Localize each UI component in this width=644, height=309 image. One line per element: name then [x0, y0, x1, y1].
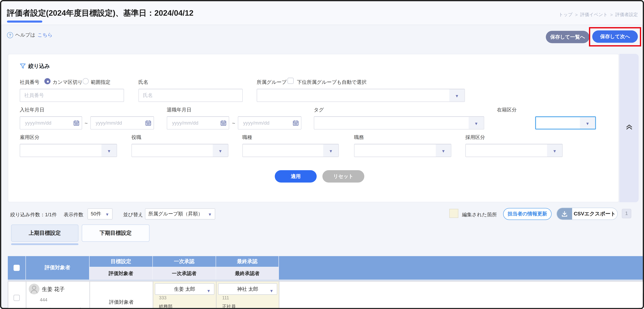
sort-value: 所属グループ順（昇順） [148, 210, 203, 217]
help-link[interactable]: こちら [38, 32, 52, 39]
header-target-cell: 評価対象者 [26, 256, 89, 279]
recruit-label: 採用区分 [465, 134, 485, 141]
chevron-down-triangle-icon [206, 286, 211, 294]
update-assignee-info-button[interactable]: 担当者の情報更新 [503, 208, 552, 220]
calendar-icon[interactable] [220, 120, 226, 126]
retire-date-to-field[interactable] [238, 116, 302, 130]
page-size-label: 表示件数 [64, 211, 84, 218]
question-circle-icon: ? [7, 32, 13, 38]
reset-button[interactable]: リセット [322, 170, 364, 182]
radio-comma-label[interactable]: カンマ区切り [52, 79, 83, 86]
calendar-icon[interactable] [293, 120, 298, 126]
employee-code: 444 [40, 297, 48, 302]
tag-label: タグ [314, 106, 324, 114]
final-approver-select[interactable]: 神社 太郎 [218, 283, 277, 295]
page-header: 評価者設定(2024年度目標設定)、基準日：2024/04/12 トップ > 評… [1, 1, 643, 25]
enrollment-label: 在籍区分 [497, 106, 517, 114]
chevron-down-triangle-icon [474, 119, 478, 127]
retire-date-to-input[interactable] [242, 120, 293, 126]
include-subgroups-checkbox[interactable] [288, 78, 294, 84]
page-size-select[interactable]: 50件 [88, 208, 112, 219]
filter-collapse-strip[interactable] [619, 54, 638, 202]
row-checkbox-cell [8, 282, 26, 309]
pagination-page-1[interactable]: 1 [622, 209, 631, 218]
calendar-icon[interactable] [145, 120, 151, 126]
row-goal-setting-cell: 評価対象者 [90, 282, 153, 309]
active-tab-underline [11, 243, 78, 245]
select-caret-zone [102, 144, 116, 157]
select-caret-zone [469, 117, 484, 129]
breadcrumb-item-events[interactable]: 評価イベント [580, 12, 608, 18]
radio-range-label[interactable]: 範囲指定 [91, 79, 110, 86]
edited-legend-label: 編集された箇所 [462, 211, 497, 218]
final-approver-name: 神社 太郎 [237, 285, 258, 292]
first-approver-name: 生姜 太郎 [174, 285, 195, 292]
chevron-down-triangle-icon [218, 147, 222, 154]
include-subgroups-label[interactable]: 下位所属グループも自動で選択 [297, 79, 366, 86]
breadcrumb-item-top[interactable]: トップ [559, 12, 572, 18]
page-title: 評価者設定(2024年度目標設定)、基準日：2024/04/12 [7, 8, 194, 19]
select-caret-zone [323, 144, 338, 157]
row-filler-cell [279, 282, 644, 309]
hire-date-from-input[interactable] [24, 120, 74, 126]
calendar-icon[interactable] [74, 120, 79, 126]
tab-first-half-goals[interactable]: 上期目標設定 [11, 224, 78, 242]
breadcrumb-item-current: 評価者設定 [615, 12, 638, 18]
radio-range[interactable] [82, 78, 89, 84]
hire-date-to-field[interactable] [90, 116, 154, 130]
employee-name: 生姜 花子 [42, 286, 65, 293]
select-caret-zone [449, 89, 464, 102]
date-range-separator: ~ [232, 120, 235, 126]
enrollment-select[interactable] [535, 116, 596, 130]
retire-date-from-field[interactable] [167, 116, 229, 130]
row-final-approver-cell: 神社 太郎 111 正社員 人事部 [216, 282, 279, 309]
duty-label: 職務 [354, 134, 364, 141]
goal-setting-role: 評価対象者 [90, 299, 153, 306]
group-select[interactable] [257, 89, 465, 102]
tab-second-half-goals[interactable]: 下期目標設定 [82, 224, 150, 242]
subheader-target: 評価対象者 [90, 267, 152, 279]
name-label: 氏名 [138, 79, 148, 86]
chevron-down-triangle-icon [586, 119, 590, 127]
jobtype-select[interactable] [242, 144, 339, 157]
radio-comma-separated[interactable] [44, 78, 50, 84]
employee-no-label: 社員番号 [20, 79, 40, 86]
header-goal-setting: 目標設定 [90, 256, 152, 267]
header-separator [8, 280, 643, 280]
employee-no-input[interactable] [20, 89, 124, 102]
tag-select[interactable] [314, 116, 484, 130]
subheader-first-approver: 一次承認者 [153, 267, 216, 279]
chevron-down-triangle-icon [208, 211, 212, 217]
hire-date-label: 入社年月日 [20, 106, 44, 114]
sort-select[interactable]: 所属グループ順（昇順） [145, 208, 215, 219]
position-label: 役職 [132, 134, 141, 141]
header-first-approval: 一次承認 [153, 256, 216, 267]
employment-select[interactable] [20, 144, 117, 157]
select-caret-zone [213, 144, 228, 157]
position-select[interactable] [132, 144, 228, 157]
apply-button[interactable]: 適用 [275, 170, 317, 182]
csv-export-button[interactable]: CSVエクスポート [556, 208, 618, 220]
select-all-checkbox[interactable] [14, 265, 20, 271]
retire-date-from-input[interactable] [171, 120, 220, 126]
filter-title: 絞り込み [20, 63, 50, 70]
chevron-down-triangle-icon [107, 147, 111, 154]
first-approver-select[interactable]: 生姜 太郎 [155, 283, 214, 295]
save-and-next-button[interactable]: 保存して次へ [592, 31, 638, 43]
save-to-list-button[interactable]: 保存して一覧へ [546, 31, 589, 43]
header-final-approval: 最終承認 [216, 256, 278, 267]
recruit-select[interactable] [465, 144, 562, 157]
select-caret-zone [547, 144, 562, 157]
sort-label: 並び替え [123, 211, 143, 218]
name-input[interactable] [138, 89, 243, 102]
chevron-down-triangle-icon [553, 147, 557, 154]
hire-date-to-input[interactable] [95, 120, 145, 126]
result-count-text: 絞り込み件数：1/1件 [10, 211, 57, 218]
subheader-final-approver: 最終承認者 [216, 267, 278, 279]
select-caret-zone [436, 144, 451, 157]
hire-date-from-field[interactable] [20, 116, 82, 130]
duty-select[interactable] [354, 144, 451, 157]
evaluator-table: 評価対象者 目標設定 一次承認 最終承認 評価対象者 一次承認者 最終承認者 生… [8, 256, 643, 309]
row-checkbox[interactable] [14, 295, 20, 301]
funnel-icon [20, 63, 26, 69]
